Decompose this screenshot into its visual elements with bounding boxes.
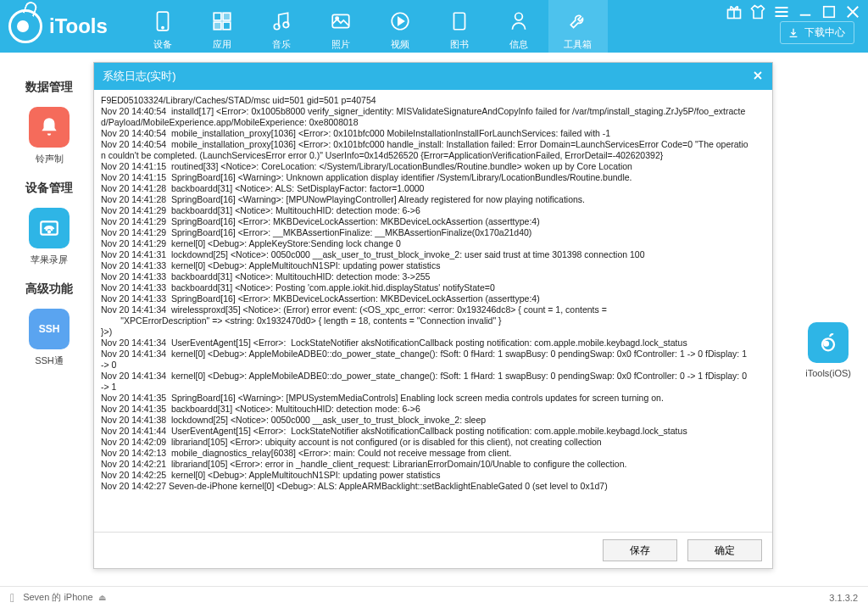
app-version: 3.1.3.2 xyxy=(829,593,858,603)
download-center-label: 下载中心 xyxy=(804,25,845,40)
log-line: Nov 20 14:42:21 librariand[105] <Error>:… xyxy=(101,459,751,470)
nav-label: 设备 xyxy=(153,38,172,51)
nav-device[interactable]: 设备 xyxy=(133,0,192,53)
log-output[interactable]: F9ED05103324/Library/Caches/STAD/msc uid… xyxy=(94,90,772,532)
app-name: iTools xyxy=(49,14,108,38)
status-device[interactable]:  Seven 的 iPhone ⏏ xyxy=(10,591,106,605)
main-nav: 设备应用音乐照片视频图书信息工具箱 xyxy=(133,0,608,53)
itools-ios-icon xyxy=(808,322,849,363)
nav-video[interactable]: 视频 xyxy=(370,0,430,53)
sidebar-item-ringtone[interactable]: 铃声制 xyxy=(25,107,73,165)
log-line: Nov 20 14:41:33 backboardd[31] <Notice>:… xyxy=(101,282,751,293)
log-line: Nov 20 14:41:29 kernel[0] <Debug>: Apple… xyxy=(101,238,751,249)
music-icon xyxy=(270,9,293,33)
svg-rect-5 xyxy=(223,22,231,30)
info-icon xyxy=(507,9,531,33)
svg-rect-4 xyxy=(214,22,221,30)
sidebar-item-label: 铃声制 xyxy=(36,153,64,165)
dialog-close-icon[interactable] xyxy=(750,68,765,83)
menu-icon[interactable] xyxy=(773,5,790,19)
maximize-icon[interactable] xyxy=(821,5,837,19)
nav-app[interactable]: 应用 xyxy=(192,0,252,53)
log-line: Nov 20 14:40:54 mobile_installation_prox… xyxy=(101,128,751,139)
svg-point-15 xyxy=(48,231,50,232)
nav-tools[interactable]: 工具箱 xyxy=(548,0,608,53)
nav-label: 视频 xyxy=(391,38,409,51)
svg-rect-13 xyxy=(824,7,835,18)
sidebar-item-record[interactable]: 苹果录屏 xyxy=(25,208,73,266)
nav-label: 照片 xyxy=(331,38,350,51)
log-line: Nov 20 14:41:28 SpringBoard[16] <Warning… xyxy=(101,194,751,205)
syslog-dialog: 系统日志(实时) F9ED05103324/Library/Caches/STA… xyxy=(93,62,773,569)
eject-icon[interactable]: ⏏ xyxy=(98,593,106,602)
sidebar-item-label: SSH通 xyxy=(35,354,64,367)
nav-book[interactable]: 图书 xyxy=(430,0,489,53)
log-line: Nov 20 14:42:09 librariand[105] <Error>:… xyxy=(101,437,751,448)
log-line: Nov 20 14:41:34 kernel[0] <Debug>: Apple… xyxy=(101,371,751,393)
sidebar-item-label: 苹果录屏 xyxy=(31,254,68,266)
nav-music[interactable]: 音乐 xyxy=(252,0,311,53)
right-tool-item[interactable]: iTools(iOS) xyxy=(805,322,851,378)
nav-label: 音乐 xyxy=(272,38,291,51)
log-line: Nov 20 14:41:29 backboardd[31] <Notice>:… xyxy=(101,205,751,216)
section-title-data: 数据管理 xyxy=(25,80,93,95)
logo-icon xyxy=(8,9,42,43)
log-line: Nov 20 14:41:15 routined[33] <Notice>: C… xyxy=(101,161,751,172)
book-icon xyxy=(448,9,471,33)
video-icon xyxy=(388,9,412,33)
app-icon xyxy=(210,9,234,33)
section-title-device: 设备管理 xyxy=(25,181,93,196)
dialog-title-text: 系统日志(实时) xyxy=(103,70,176,82)
log-line: Nov 20 14:41:15 SpringBoard[16] <Warning… xyxy=(101,172,751,183)
svg-point-1 xyxy=(162,27,164,29)
log-line: Nov 20 14:41:34 wirelessproxd[35] <Notic… xyxy=(101,304,751,337)
log-line: Nov 20 14:41:35 SpringBoard[16] <Warning… xyxy=(101,393,751,404)
app-logo: iTools xyxy=(8,9,108,43)
save-button[interactable]: 保存 xyxy=(603,539,677,561)
log-line: Nov 20 14:40:54 mobile_installation_prox… xyxy=(101,139,751,161)
app-header: iTools 设备应用音乐照片视频图书信息工具箱 下载中心 xyxy=(0,0,868,53)
sidebar: 数据管理 铃声制 设备管理 苹果录屏 高级功能 SSH SSH通 xyxy=(0,53,93,382)
log-line: Nov 20 14:41:29 SpringBoard[16] <Error>:… xyxy=(101,216,751,227)
ok-button[interactable]: 确定 xyxy=(687,539,762,561)
log-line: Nov 20 14:41:33 SpringBoard[16] <Error>:… xyxy=(101,293,751,304)
tools-icon xyxy=(566,9,590,33)
nav-label: 信息 xyxy=(509,38,528,51)
gift-icon[interactable] xyxy=(726,5,743,19)
log-line: Nov 20 14:41:31 lockdownd[25] <Notice>: … xyxy=(101,249,751,260)
log-line: Nov 20 14:40:54 installd[17] <Error>: 0x… xyxy=(101,106,751,128)
log-line: Nov 20 14:41:33 backboardd[31] <Notice>:… xyxy=(101,271,751,282)
log-line: Nov 20 14:41:44 UserEventAgent[15] <Erro… xyxy=(101,426,751,437)
right-tool-label: iTools(iOS) xyxy=(805,368,851,378)
log-line: Nov 20 14:41:29 SpringBoard[16] <Error>:… xyxy=(101,227,751,238)
close-icon[interactable] xyxy=(844,5,861,19)
status-bar:  Seven 的 iPhone ⏏ 3.1.3.2 xyxy=(0,586,868,608)
log-line: Nov 20 14:41:28 backboardd[31] <Notice>:… xyxy=(101,183,751,194)
svg-point-17 xyxy=(824,342,828,346)
download-center-button[interactable]: 下载中心 xyxy=(780,21,854,44)
window-controls xyxy=(726,5,861,19)
nav-info[interactable]: 信息 xyxy=(489,0,548,53)
svg-point-11 xyxy=(515,13,523,20)
shirt-icon[interactable] xyxy=(749,5,766,19)
log-line: F9ED05103324/Library/Caches/STAD/msc uid… xyxy=(101,95,751,106)
log-line: Nov 20 14:42:27 Seven-de-iPhone kernel[0… xyxy=(101,481,751,492)
photo-icon xyxy=(329,9,353,33)
svg-rect-2 xyxy=(214,13,221,20)
log-line: Nov 20 14:41:38 lockdownd[25] <Notice>: … xyxy=(101,415,751,426)
device-icon xyxy=(151,9,175,33)
nav-label: 图书 xyxy=(450,38,469,51)
dialog-titlebar: 系统日志(实时) xyxy=(94,63,772,90)
nav-photo[interactable]: 照片 xyxy=(311,0,370,53)
log-line: Nov 20 14:41:35 backboardd[31] <Notice>:… xyxy=(101,404,751,415)
sidebar-item-ssh[interactable]: SSH SSH通 xyxy=(25,309,73,367)
bell-icon xyxy=(29,107,70,148)
log-line: Nov 20 14:41:34 UserEventAgent[15] <Erro… xyxy=(101,337,751,349)
section-title-advanced: 高级功能 xyxy=(25,282,93,297)
minimize-icon[interactable] xyxy=(797,5,814,19)
device-name: Seven 的 iPhone xyxy=(23,591,93,604)
log-line: Nov 20 14:42:25 kernel[0] <Debug>: Apple… xyxy=(101,470,751,481)
dialog-footer: 保存 确定 xyxy=(94,532,772,568)
svg-point-9 xyxy=(336,17,338,20)
ssh-icon: SSH xyxy=(29,309,70,349)
